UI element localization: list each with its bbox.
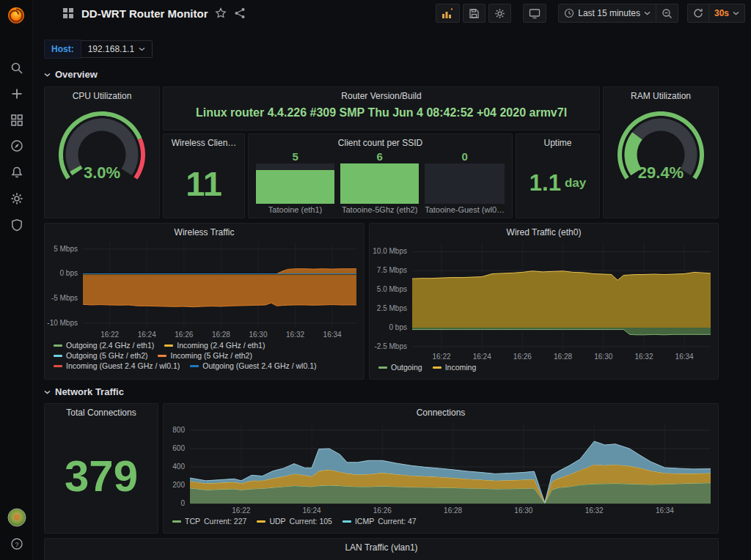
legend-item[interactable]: TCPCurrent: 227 [172,517,246,526]
sidebar-explore-compass[interactable] [0,135,33,157]
svg-text:16:30: 16:30 [249,331,267,339]
connections-chart[interactable]: 16:2216:2416:2616:2816:3016:3216:3402004… [164,419,718,515]
wired-traffic-chart[interactable]: 16:2216:2416:2616:2816:3016:3216:3410.0 … [370,238,718,361]
chevron-down-icon [139,47,145,51]
legend-color-dash [433,366,442,369]
legend-item[interactable]: Incoming (Guest 2.4 GHz / wl0.1) [54,361,180,370]
time-range-picker[interactable]: Last 15 minutes [558,4,656,23]
add-panel-icon [442,8,454,19]
panel-title[interactable]: Client count per SSID [249,134,512,149]
panel-title[interactable]: Wireless Clien… [164,134,244,149]
ssid-bar: 6Tatooine-5Ghz (eth2) [340,150,419,215]
grafana-logo-icon[interactable] [6,5,26,26]
sidebar-create-plus[interactable] [0,83,33,105]
panel-title[interactable]: Uptime [516,134,599,149]
sidebar-dashboards[interactable] [0,109,33,131]
panel-title[interactable]: LAN Traffic (vlan1) [45,539,718,553]
legend-item[interactable]: Incoming (2.4 GHz / eth1) [164,341,265,350]
wired-traffic-legend: OutgoingIncoming [370,361,718,372]
refresh-button[interactable] [687,4,709,23]
legend-item[interactable]: UDPCurrent: 105 [257,517,332,526]
sidebar-alerting-bell[interactable] [0,161,33,183]
panel-title[interactable]: Router Version/Build [164,87,599,102]
add-panel-button[interactable] [436,4,460,23]
svg-text:16:28: 16:28 [554,353,572,361]
panel-title[interactable]: Connections [164,404,718,419]
router-version-value: Linux router 4.4.226 #309 SMP Thu Jun 4 … [164,106,599,119]
svg-text:16:26: 16:26 [513,353,532,361]
save-dashboard-icon [469,8,480,19]
svg-text:800: 800 [172,426,185,434]
connections-legend: TCPCurrent: 227UDPCurrent: 105ICMPCurren… [164,515,718,526]
dashboard-title[interactable]: DD-WRT Router Monitor [81,7,208,20]
section-network-traffic[interactable]: Network Traffic [44,386,124,397]
time-range-label: Last 15 minutes [578,8,640,18]
legend-item[interactable]: Outgoing (5 GHz / eth2) [54,351,147,360]
svg-text:5 Mbps: 5 Mbps [54,245,78,253]
host-variable-dropdown[interactable]: 192.168.1.1 [81,40,153,58]
legend-item[interactable]: Outgoing (Guest 2.4 GHz / wl0.1) [190,361,316,370]
svg-text:400: 400 [172,463,185,471]
svg-text:16:26: 16:26 [373,506,392,515]
legend-color-dash [172,520,181,523]
section-overview[interactable]: Overview [44,69,98,80]
legend-color-dash [342,520,351,523]
wireless-clients-value: 11 [186,163,222,204]
svg-text:0: 0 [180,499,185,507]
svg-text:16:32: 16:32 [634,353,653,361]
legend-item[interactable]: Incoming [433,363,477,372]
sidebar-user-avatar[interactable] [0,506,33,528]
svg-text:0 bps: 0 bps [389,323,407,331]
panel-title[interactable]: Wireless Traffic [45,224,364,238]
panel-title[interactable]: RAM Utilization [604,87,718,102]
zoom-out-time-button[interactable] [656,4,678,23]
template-variables-row: Host: 192.168.1.1 [44,40,153,59]
svg-text:16:22: 16:22 [232,506,250,515]
cycle-view-button[interactable] [523,4,546,23]
svg-text:29.4%: 29.4% [638,163,684,182]
panel-title[interactable]: Total Connections [45,404,158,419]
svg-text:16:34: 16:34 [323,331,342,339]
panel-wireless-traffic: Wireless Traffic 16:2216:2416:2616:2816:… [44,223,364,380]
chevron-down-icon [644,11,651,15]
sidebar-admin-shield[interactable] [0,214,33,236]
svg-text:16:32: 16:32 [286,331,304,339]
svg-text:5.0 Mbps: 5.0 Mbps [377,285,407,293]
section-overview-label: Overview [55,69,98,80]
panel-title[interactable]: CPU Utilization [45,87,159,102]
dashboard-settings-button[interactable] [488,4,511,23]
svg-text:16:28: 16:28 [212,331,230,339]
legend-color-dash [158,355,166,357]
dashboard-grid-icon[interactable] [62,7,74,19]
legend-item[interactable]: Outgoing (2.4 GHz / eth1) [54,341,154,350]
sidebar-configuration-gear[interactable] [0,188,33,210]
uptime-unit: day [565,176,586,191]
ssid-bar-gauge: 5Tatooine (eth1)6Tatooine-5Ghz (eth2)0Ta… [256,150,505,215]
refresh-interval-label: 30s [714,8,729,18]
legend-color-dash [257,520,265,523]
save-dashboard-button[interactable] [463,4,486,23]
svg-text:3.0%: 3.0% [84,163,120,182]
ssid-bar: 5Tatooine (eth1) [256,150,334,215]
wireless-traffic-chart[interactable]: 16:2216:2416:2616:2816:3016:3216:345 Mbp… [45,238,364,339]
legend-color-dash [54,345,62,347]
svg-text:16:24: 16:24 [303,506,321,515]
legend-item[interactable]: ICMPCurrent: 47 [342,517,417,526]
star-icon[interactable] [215,7,227,19]
legend-item[interactable]: Incoming (5 GHz / eth2) [158,351,252,360]
panel-connections: Connections 16:2216:2416:2616:2816:3016:… [163,403,719,534]
svg-text:-10 Mbps: -10 Mbps [47,319,78,327]
panel-title[interactable]: Wired Traffic (eth0) [370,224,718,238]
cpu-gauge: 3.0% [45,102,159,199]
refresh-icon [693,8,703,18]
share-icon[interactable] [234,7,246,19]
total-connections-value: 379 [65,451,138,501]
svg-text:600: 600 [172,444,185,452]
svg-text:16:32: 16:32 [585,506,604,515]
svg-text:2.5 Mbps: 2.5 Mbps [377,304,407,312]
legend-item[interactable]: Outgoing [378,363,422,372]
sidebar-search[interactable] [0,57,33,79]
refresh-interval-picker[interactable]: 30s [709,4,745,23]
sidebar-help[interactable]: ? [0,533,33,555]
svg-text:16:24: 16:24 [138,331,156,339]
